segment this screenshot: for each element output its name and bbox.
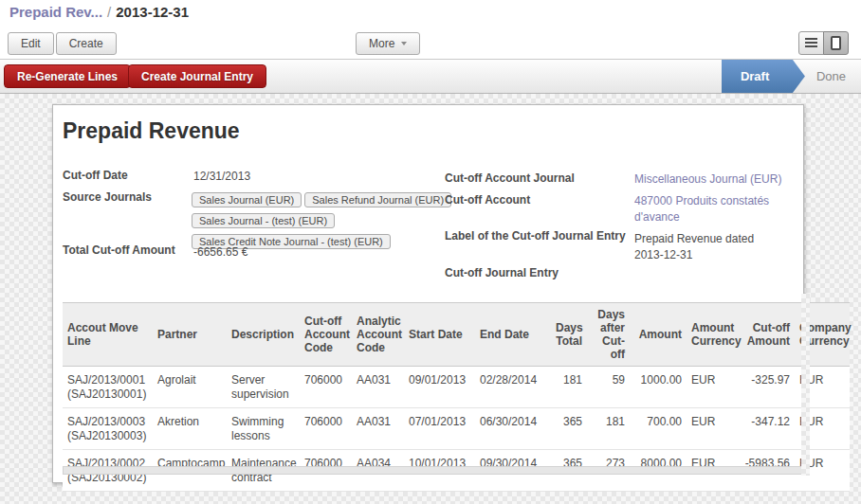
table-cell[interactable]: 02/28/2014 — [475, 367, 551, 408]
total-cutoff-amount-value: -6656.65 € — [193, 244, 247, 261]
list-icon — [805, 38, 817, 48]
table-cell[interactable]: 09/01/2013 — [404, 367, 475, 408]
table-cell[interactable]: -325.97 — [740, 367, 795, 408]
create-button[interactable]: Create — [56, 32, 117, 55]
journal-tag[interactable]: Sales Journal - (test) (EUR) — [192, 213, 335, 228]
table-cell[interactable]: 700.00 — [630, 408, 687, 450]
edit-button[interactable]: Edit — [8, 32, 54, 55]
table-cell[interactable]: 07/01/2013 — [404, 408, 475, 450]
table-cell[interactable]: 706000 — [300, 367, 352, 408]
page: Prepaid Rev.../2013-12-31 Edit Create Mo… — [0, 0, 861, 504]
table-cell[interactable]: 181 — [551, 367, 587, 408]
table-cell[interactable]: Agrolait — [153, 367, 227, 408]
create-journal-entry-button[interactable]: Create Journal Entry — [128, 64, 266, 88]
table-cell[interactable]: 365 — [551, 408, 587, 450]
breadcrumb: Prepaid Rev.../2013-12-31 — [9, 4, 189, 20]
column-header: Start Date — [404, 303, 475, 367]
form-view-button[interactable] — [823, 31, 849, 55]
page-title: Prepaid Revenue — [63, 118, 240, 144]
table-cell[interactable]: 06/30/2014 — [475, 408, 551, 450]
sheet-edge-band — [801, 294, 810, 476]
entry-label-label: Label of the Cut-off Journal Entry — [445, 229, 632, 243]
table-cell[interactable]: SAJ/2013/0003 (SAJ20130003) — [63, 408, 153, 450]
table-cell[interactable]: EUR — [687, 408, 740, 450]
column-header: Analytic Account Code — [352, 303, 404, 367]
breadcrumb-current: 2013-12-31 — [116, 4, 189, 20]
journal-tag[interactable]: Sales Journal (EUR) — [192, 192, 302, 207]
table-row[interactable]: SAJ/2013/0003 (SAJ20130003)AkretionSwimm… — [63, 408, 850, 450]
column-header: Days Total — [551, 303, 587, 367]
table-cell[interactable]: Swimming lessons — [227, 408, 300, 450]
column-header: Amount Currency — [687, 303, 740, 367]
table-cell[interactable]: 59 — [587, 367, 630, 408]
journal-tag[interactable]: Sales Refund Journal (EUR) — [304, 192, 451, 207]
table-cell[interactable]: -347.12 — [740, 408, 795, 450]
table-cell[interactable]: EUR — [687, 367, 740, 408]
column-header: End Date — [475, 303, 551, 367]
breadcrumb-separator: / — [102, 4, 116, 20]
cutoff-date-label: Cut-off Date — [63, 169, 188, 182]
table-cell[interactable]: 181 — [587, 408, 630, 450]
cutoff-lines-table: Accout Move LinePartnerDescriptionCut-of… — [63, 302, 850, 492]
cutoff-account-label: Cut-off Account — [445, 193, 630, 207]
status-draft[interactable]: Draft — [722, 60, 805, 93]
status-bar: Draft Done — [722, 60, 861, 93]
table-cell[interactable]: AA031 — [352, 408, 404, 450]
entry-label-value: Prepaid Revenue dated 2013-12-31 — [634, 231, 786, 263]
column-header: Description — [227, 303, 300, 367]
column-header: Cut-off Amount — [740, 303, 795, 367]
cutoff-journal-entry-label: Cut-off Journal Entry — [445, 266, 632, 279]
table-cell[interactable]: Server supervision — [227, 367, 300, 408]
total-cutoff-amount-label: Total Cut-off Amount — [63, 243, 188, 257]
source-journals-label: Source Journals — [63, 190, 188, 204]
more-dropdown-button[interactable]: More — [356, 32, 420, 55]
table-cell[interactable]: AA031 — [352, 367, 404, 408]
table-cell[interactable]: 1000.00 — [630, 367, 687, 408]
column-header: Partner — [153, 303, 227, 367]
chevron-down-icon — [401, 42, 407, 45]
edit-create-button-group: Edit Create — [8, 32, 117, 55]
regenerate-lines-button[interactable]: Re-Generate Lines — [4, 64, 131, 88]
more-dropdown-wrap: More — [356, 32, 420, 55]
cutoff-account-journal-label: Cut-off Account Journal — [445, 171, 630, 185]
column-header: Accout Move Line — [63, 303, 153, 367]
cutoff-account-journal-value[interactable]: Miscellaneous Journal (EUR) — [634, 171, 797, 188]
horizontal-scrollbar[interactable] — [63, 466, 803, 475]
table-row[interactable]: SAJ/2013/0001 (SAJ20130001)AgrolaitServe… — [63, 367, 850, 408]
table-cell[interactable]: 706000 — [300, 408, 352, 450]
top-bar: Prepaid Rev.../2013-12-31 Edit Create Mo… — [0, 0, 861, 59]
cutoff-account-value[interactable]: 487000 Produits constatés d'avance — [634, 193, 797, 225]
table-header-row: Accout Move LinePartnerDescriptionCut-of… — [63, 303, 850, 367]
view-switcher — [798, 31, 849, 55]
column-header: Cut-off Account Code — [300, 303, 352, 367]
status-done[interactable]: Done — [805, 60, 861, 93]
list-view-button[interactable] — [798, 31, 824, 55]
cutoff-date-value[interactable]: 12/31/2013 — [193, 169, 250, 185]
table-cell[interactable]: Akretion — [153, 408, 227, 450]
action-bar: Re-Generate Lines Create Journal Entry D… — [0, 59, 861, 94]
column-header: Amount — [630, 303, 687, 367]
more-label: More — [369, 37, 394, 50]
breadcrumb-parent-link[interactable]: Prepaid Rev... — [9, 4, 102, 20]
column-header: Days after Cut-off — [587, 303, 630, 367]
form-sheet: Prepaid Revenue Cut-off Date 12/31/2013 … — [52, 104, 804, 483]
form-view-icon — [831, 36, 841, 50]
table-cell[interactable]: SAJ/2013/0001 (SAJ20130001) — [63, 367, 153, 408]
